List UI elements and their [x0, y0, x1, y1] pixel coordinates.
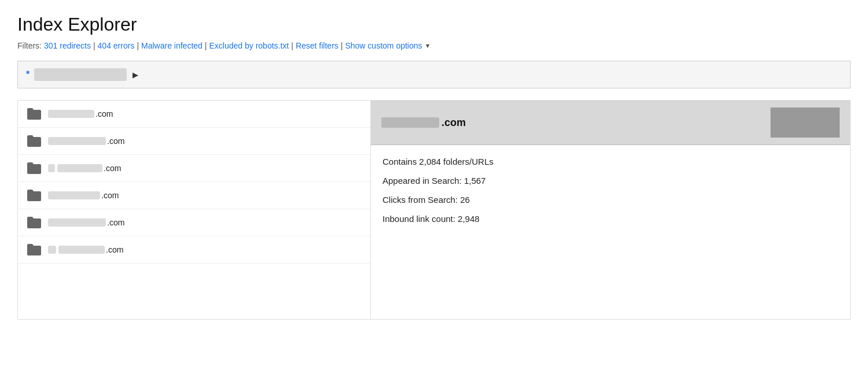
folder-item[interactable]: .com	[18, 155, 370, 182]
detail-header-tld: .com	[442, 117, 466, 129]
separator-4: |	[291, 41, 293, 50]
detail-header-action-button[interactable]	[770, 108, 840, 138]
filter-excluded-robots[interactable]: Excluded by robots.txt	[209, 41, 289, 50]
separator-2: |	[137, 41, 139, 50]
url-bar-expand-arrow[interactable]: ▶	[133, 71, 138, 79]
folder-icon	[26, 188, 42, 202]
url-bar[interactable]: * ▶	[17, 61, 851, 88]
main-grid: .com .com .com .com	[17, 100, 851, 320]
filter-301-redirects[interactable]: 301 redirects	[44, 41, 91, 50]
filter-reset[interactable]: Reset filters	[296, 41, 339, 50]
folder-name-blurred	[48, 137, 106, 145]
folder-name-blurred	[48, 218, 106, 227]
filters-bar: Filters: 301 redirects | 404 errors | Ma…	[17, 41, 851, 50]
folder-name-blurred	[48, 110, 94, 118]
separator-5: |	[341, 41, 343, 50]
folder-tld: .com	[107, 136, 124, 146]
detail-header-blurred	[381, 117, 439, 128]
folder-icon	[26, 161, 42, 175]
folder-icon	[26, 243, 42, 257]
folder-name-blurred	[57, 164, 102, 172]
folder-item[interactable]: .com	[18, 128, 370, 155]
stat-row-inbound: Inbound link count: 2,948	[382, 213, 838, 225]
folder-name-blurred	[48, 191, 100, 199]
folder-tld: .com	[95, 109, 113, 118]
folder-icon	[26, 216, 42, 229]
page-title: Index Explorer	[17, 14, 851, 35]
stat-row-appeared: Appeared in Search: 1,567	[382, 175, 838, 187]
folder-item[interactable]: .com	[18, 209, 370, 236]
folder-name-blurred	[48, 164, 55, 172]
folder-name-blurred	[48, 246, 56, 254]
stat-row-folders: Contains 2,084 folders/URLs	[382, 155, 838, 168]
folder-tld: .com	[104, 164, 121, 173]
detail-stats: Contains 2,084 folders/URLs Appeared in …	[371, 145, 850, 319]
filter-malware-infected[interactable]: Malware infected	[141, 41, 203, 50]
folder-tld: .com	[101, 191, 119, 200]
folder-tld: .com	[106, 245, 123, 254]
folder-icon	[26, 107, 42, 121]
url-bar-asterisk: *	[26, 69, 30, 80]
folder-item[interactable]: .com	[18, 101, 370, 128]
folder-icon	[26, 134, 42, 148]
folder-list: .com .com .com .com	[18, 101, 371, 319]
folder-tld: .com	[107, 218, 124, 227]
filter-show-custom[interactable]: Show custom options	[345, 41, 422, 50]
folder-name-blurred	[58, 246, 105, 254]
show-custom-dropdown-arrow[interactable]: ▼	[425, 42, 431, 49]
separator-3: |	[205, 41, 207, 50]
detail-panel: .com Contains 2,084 folders/URLs Appeare…	[371, 101, 850, 319]
url-bar-value[interactable]	[34, 68, 127, 81]
folder-item[interactable]: .com	[18, 236, 370, 264]
detail-header[interactable]: .com	[371, 101, 850, 145]
separator-1: |	[93, 41, 95, 50]
stat-row-clicks: Clicks from Search: 26	[382, 194, 838, 206]
folder-item[interactable]: .com	[18, 182, 370, 209]
filter-404-errors[interactable]: 404 errors	[98, 41, 135, 50]
filters-label: Filters:	[17, 41, 42, 50]
